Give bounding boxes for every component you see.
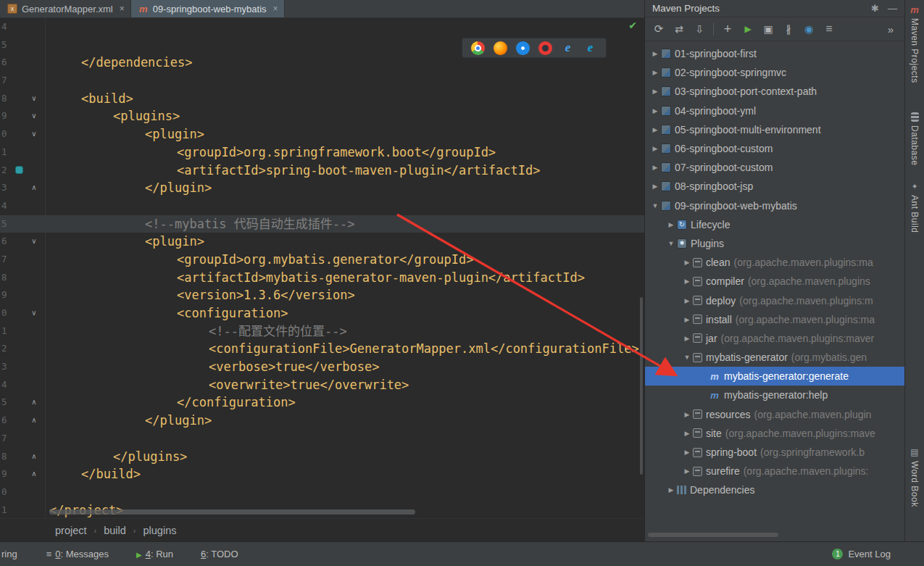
- firefox-icon[interactable]: [494, 41, 507, 55]
- statusbar-messages-button[interactable]: 0: Messages: [46, 549, 109, 559]
- tree-row[interactable]: ▶08-springboot-jsp: [645, 177, 904, 196]
- tree-row[interactable]: ▶deploy(org.apache.maven.plugins:m: [645, 291, 904, 309]
- tree-row[interactable]: ▶surefire(org.apache.maven.plugins:: [645, 462, 904, 480]
- run-build-icon[interactable]: [738, 20, 757, 38]
- inspection-status-icon[interactable]: ✔: [628, 20, 637, 31]
- tree-row[interactable]: ▶clean(org.apache.maven.plugins:ma: [645, 253, 904, 272]
- tree-row[interactable]: ▶Dependencies: [645, 480, 904, 499]
- editor-line[interactable]: 1<groupId>org.springframework.boot</grou…: [0, 143, 644, 162]
- tree-row[interactable]: ▼Plugins: [645, 234, 904, 253]
- editor-tab[interactable]: GeneratorMapper.xml×: [0, 0, 131, 17]
- fold-marker-icon[interactable]: ∨: [28, 90, 41, 108]
- tree-row[interactable]: ▶compiler(org.apache.maven.plugins: [645, 272, 904, 291]
- editor-line[interactable]: 9<version>1.3.6</version>: [0, 286, 644, 304]
- tree-arrow-icon[interactable]: ▶: [681, 316, 693, 323]
- tree-arrow-icon[interactable]: ▶: [681, 278, 693, 285]
- editor-line[interactable]: 2<configurationFile>GeneratorMapper.xml<…: [0, 340, 644, 358]
- download-sources-icon[interactable]: [690, 20, 709, 38]
- editor-line[interactable]: 7: [0, 430, 644, 448]
- tree-arrow-icon[interactable]: ▶: [681, 449, 693, 456]
- editor-horizontal-scrollbar[interactable]: [49, 509, 415, 515]
- breadcrumb-item[interactable]: project: [55, 525, 87, 536]
- tree-arrow-icon[interactable]: ▶: [649, 69, 661, 76]
- fold-marker-icon[interactable]: ∧: [28, 412, 41, 430]
- tab-close-icon[interactable]: ×: [273, 4, 278, 14]
- chrome-icon[interactable]: [471, 41, 485, 55]
- tree-arrow-icon[interactable]: ▶: [649, 145, 661, 152]
- filter-icon[interactable]: [820, 20, 838, 38]
- tree-arrow-icon[interactable]: ▶: [681, 297, 693, 304]
- editor-line[interactable]: 6∧</plugin>: [0, 412, 644, 430]
- tree-arrow-icon[interactable]: ▶: [681, 430, 693, 437]
- tab-close-icon[interactable]: ×: [120, 4, 125, 14]
- tree-row[interactable]: ▶jar(org.apache.maven.plugins:maver: [645, 329, 904, 348]
- generate-sources-icon[interactable]: [670, 20, 688, 38]
- editor-line[interactable]: 7: [0, 72, 644, 90]
- editor-line[interactable]: 1<!--配置文件的位置-->: [0, 322, 644, 341]
- hide-panel-icon[interactable]: [888, 3, 897, 14]
- tree-arrow-icon[interactable]: ▶: [649, 126, 661, 133]
- tree-row[interactable]: ▶spring-boot(org.springframework.b: [645, 443, 904, 462]
- more-icon[interactable]: [881, 20, 900, 38]
- tree-row[interactable]: ▶site(org.apache.maven.plugins:mave: [645, 424, 904, 443]
- statusbar-run-button[interactable]: 4: Run: [136, 549, 173, 559]
- bookmark-icon[interactable]: [15, 166, 23, 174]
- editor-line[interactable]: 3∧</plugin>: [0, 179, 644, 197]
- editor-line[interactable]: 2<artifactId>spring-boot-maven-plugin</a…: [0, 162, 644, 180]
- edge-icon[interactable]: [583, 41, 597, 55]
- tree-arrow-icon[interactable]: ▼: [649, 202, 661, 209]
- editor-line[interactable]: 4<overwrite>true</overwrite>: [0, 376, 644, 394]
- tree-row[interactable]: mybatis-generator:help: [645, 386, 904, 404]
- safari-icon[interactable]: [516, 41, 530, 55]
- fold-marker-icon[interactable]: ∧: [28, 465, 41, 483]
- execute-goal-icon[interactable]: [759, 20, 778, 38]
- editor-line[interactable]: 0∨<plugin>: [0, 125, 644, 143]
- tree-arrow-icon[interactable]: ▼: [665, 240, 677, 247]
- editor-line[interactable]: 5∧</configuration>: [0, 394, 644, 412]
- tree-arrow-icon[interactable]: ▶: [649, 183, 661, 190]
- tree-row[interactable]: ▶Lifecycle: [645, 215, 904, 234]
- editor-line[interactable]: 4: [0, 18, 644, 36]
- tool-stripe-button[interactable]: Database: [910, 112, 920, 165]
- tree-arrow-icon[interactable]: ▶: [665, 221, 677, 228]
- ie-icon[interactable]: [561, 41, 575, 55]
- tree-arrow-icon[interactable]: ▶: [681, 335, 693, 342]
- tree-row[interactable]: ▼09-springboot-web-mybatis: [645, 196, 904, 215]
- editor-line[interactable]: 0∨<configuration>: [0, 304, 644, 322]
- editor-line[interactable]: 4: [0, 197, 644, 215]
- editor-line[interactable]: 8∧</plugins>: [0, 448, 644, 466]
- tree-arrow-icon[interactable]: ▶: [649, 88, 661, 95]
- tree-arrow-icon[interactable]: ▶: [681, 259, 693, 266]
- fold-marker-icon[interactable]: ∨: [28, 304, 41, 322]
- tree-row[interactable]: ▼mybatis-generator(org.mybatis.gen: [645, 348, 904, 367]
- tree-row[interactable]: mybatis-generator:generate: [645, 367, 904, 386]
- add-maven-project-icon[interactable]: [718, 20, 737, 38]
- opera-icon[interactable]: [538, 41, 552, 55]
- editor-line[interactable]: 7<groupId>org.mybatis.generator</groupId…: [0, 251, 644, 269]
- editor-line[interactable]: 6∨<plugin>: [0, 233, 644, 251]
- breadcrumb-item[interactable]: build: [104, 525, 126, 536]
- tool-stripe-button[interactable]: Ant Build: [910, 181, 920, 233]
- tree-arrow-icon[interactable]: ▶: [681, 467, 693, 475]
- tree-row[interactable]: ▶resources(org.apache.maven.plugin: [645, 405, 904, 424]
- gear-icon[interactable]: [871, 3, 879, 14]
- tree-row[interactable]: ▶07-springboot-custom: [645, 158, 904, 177]
- tree-row[interactable]: ▶01-springboot-first: [645, 44, 904, 63]
- tree-row[interactable]: ▶04-springboot-yml: [645, 101, 904, 120]
- tree-arrow-icon[interactable]: ▼: [681, 354, 693, 361]
- editor-line[interactable]: 3<verbose>true</verbose>: [0, 358, 644, 376]
- tree-arrow-icon[interactable]: ▶: [649, 50, 661, 57]
- tree-arrow-icon[interactable]: ▶: [681, 411, 693, 418]
- tree-row[interactable]: ▶install(org.apache.maven.plugins:ma: [645, 310, 904, 329]
- tree-arrow-icon[interactable]: ▶: [649, 107, 661, 115]
- tool-stripe-button[interactable]: Word Book: [910, 447, 920, 507]
- editor-line[interactable]: 8<artifactId>mybatis-generator-maven-plu…: [0, 269, 644, 287]
- editor-vertical-scrollbar[interactable]: [640, 297, 643, 475]
- fold-marker-icon[interactable]: ∨: [28, 107, 41, 125]
- tree-row[interactable]: ▶06-springboot-custom: [645, 139, 904, 158]
- editor-tab[interactable]: 09-springboot-web-mybatis×: [131, 0, 285, 17]
- tree-row[interactable]: ▶05-springboot-multi-environment: [645, 120, 904, 139]
- refresh-icon[interactable]: [649, 20, 668, 38]
- toggle-offline-icon[interactable]: [799, 20, 818, 38]
- fold-marker-icon[interactable]: ∨: [28, 233, 41, 251]
